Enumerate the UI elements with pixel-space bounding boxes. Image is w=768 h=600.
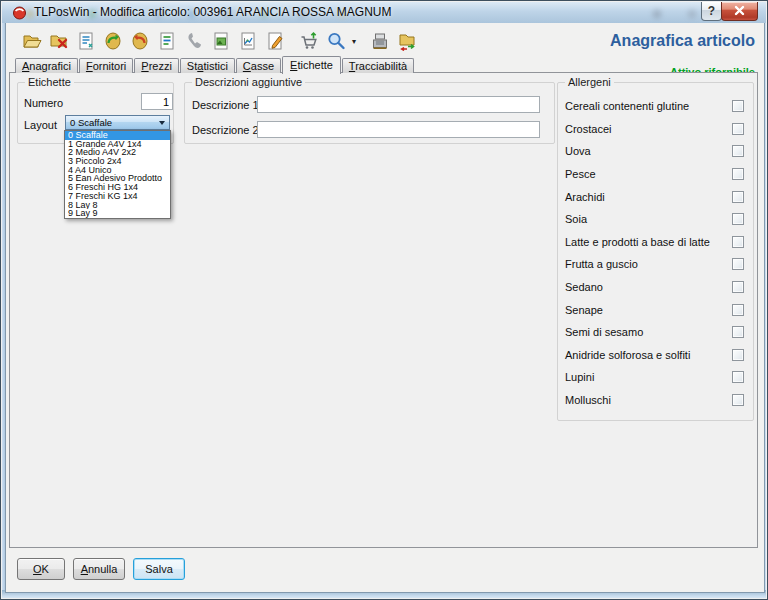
redo-red-arrow-icon[interactable]	[126, 28, 153, 54]
layout-dropdown-option[interactable]: 3 Piccolo 2x4	[65, 157, 170, 166]
allergen-checkbox[interactable]	[732, 371, 744, 383]
tab-item[interactable]: Casse	[236, 58, 281, 73]
allergen-label: Molluschi	[565, 394, 611, 406]
document-image-icon[interactable]	[207, 28, 234, 54]
allergen-checkbox[interactable]	[732, 258, 744, 270]
allergen-label: Cereali contenenti glutine	[565, 100, 689, 112]
layout-combobox-value: 0 Scaffale	[66, 116, 159, 129]
layout-dropdown-list: 0 Scaffale1 Grande A4V 1x42 Medio A4V 2x…	[64, 130, 171, 219]
allergen-checkbox[interactable]	[732, 123, 744, 135]
ok-button[interactable]: OK	[17, 558, 65, 580]
allergen-checkbox[interactable]	[732, 191, 744, 203]
allergen-label: Frutta a guscio	[565, 258, 638, 270]
tab-strip: AnagraficiFornitoriPrezziStatisticiCasse…	[15, 56, 415, 73]
allergen-row: Latte e prodotti a base di latte	[558, 231, 753, 254]
allergen-checkbox[interactable]	[732, 168, 744, 180]
search-icon[interactable]	[322, 28, 349, 54]
tab-item[interactable]: Tracciabilità	[342, 58, 414, 73]
chevron-down-icon	[159, 121, 165, 125]
group-allergeni-title: Allergeni	[565, 76, 614, 88]
layout-dropdown-option[interactable]: 8 Lay 8	[65, 201, 170, 210]
annulla-button[interactable]: Annulla	[73, 558, 125, 580]
document-list-icon[interactable]	[153, 28, 180, 54]
client-area: ▾ Anagrafica articolo Attivo rifornibile	[5, 23, 765, 593]
layout-combobox[interactable]: 0 Scaffale	[65, 115, 170, 130]
allergen-label: Lupini	[565, 371, 594, 383]
allergen-checkbox[interactable]	[732, 326, 744, 338]
search-dropdown-caret[interactable]: ▾	[349, 37, 359, 46]
allergen-row: Arachidi	[558, 185, 753, 208]
allergen-label: Crostacei	[565, 123, 611, 135]
allergen-checkbox[interactable]	[732, 100, 744, 112]
page-title: Anagrafica articolo	[610, 32, 755, 50]
allergen-row: Cereali contenenti glutine	[558, 95, 753, 118]
group-descrizioni: Descrizioni aggiuntive Descrizione 1 Des…	[184, 82, 555, 144]
tab-item[interactable]: Anagrafici	[15, 58, 78, 73]
allergen-row: Molluschi	[558, 389, 753, 412]
descrizione2-input[interactable]	[257, 121, 540, 138]
allergen-checkbox[interactable]	[732, 281, 744, 293]
allergen-label: Anidride solforosa e solfiti	[565, 349, 690, 361]
descrizione1-label: Descrizione 1	[192, 99, 259, 111]
document-chart-icon[interactable]	[234, 28, 261, 54]
numero-input[interactable]	[141, 93, 173, 110]
close-icon	[734, 5, 745, 16]
folder-open-icon[interactable]	[18, 28, 45, 54]
document-sync-icon[interactable]	[72, 28, 99, 54]
cash-register-icon[interactable]	[366, 28, 393, 54]
descrizione2-label: Descrizione 2	[192, 124, 259, 136]
app-logo-icon[interactable]	[12, 5, 27, 20]
allergen-row: Semi di sesamo	[558, 321, 753, 344]
allergen-list: Cereali contenenti glutine Crostacei Uov…	[558, 95, 753, 411]
group-allergeni: Allergeni Cereali contenenti glutine Cro…	[557, 82, 754, 421]
window-title: TLPosWin - Modifica articolo: 003961 ARA…	[34, 2, 391, 23]
allergen-checkbox[interactable]	[732, 349, 744, 361]
tab-control: AnagraficiFornitoriPrezziStatisticiCasse…	[9, 56, 758, 548]
numero-label: Numero	[24, 97, 63, 109]
layout-dropdown-option[interactable]: 5 Ean Adesivo Prodotto	[65, 174, 170, 183]
allergen-row: Crostacei	[558, 118, 753, 141]
layout-dropdown-option[interactable]: 6 Freschi HG 1x4	[65, 183, 170, 192]
allergen-label: Pesce	[565, 168, 596, 180]
allergen-checkbox[interactable]	[732, 236, 744, 248]
allergen-row: Sedano	[558, 276, 753, 299]
title-bar[interactable]: TLPosWin - Modifica articolo: 003961 ARA…	[2, 2, 766, 23]
undo-green-arrow-icon[interactable]	[99, 28, 126, 54]
allergen-label: Uova	[565, 145, 591, 157]
layout-dropdown-option[interactable]: 2 Medio A4V 2x2	[65, 148, 170, 157]
salva-button[interactable]: Salva	[133, 558, 185, 580]
allergen-label: Sedano	[565, 281, 603, 293]
allergen-row: Pesce	[558, 163, 753, 186]
allergen-label: Semi di sesamo	[565, 326, 643, 338]
allergen-row: Frutta a guscio	[558, 253, 753, 276]
allergen-checkbox[interactable]	[732, 145, 744, 157]
tab-item[interactable]: Statistici	[180, 58, 235, 73]
allergen-row: Lupini	[558, 366, 753, 389]
tab-item[interactable]: Prezzi	[134, 58, 179, 73]
cart-icon[interactable]	[295, 28, 322, 54]
allergen-row: Anidride solforosa e solfiti	[558, 344, 753, 367]
descrizione1-input[interactable]	[257, 96, 540, 113]
toolbar: ▾	[18, 27, 420, 55]
layout-dropdown-option[interactable]: 0 Scaffale	[65, 131, 170, 140]
close-button[interactable]	[721, 2, 758, 21]
tab-item[interactable]: Etichette	[282, 56, 341, 74]
app-window: TLPosWin - Modifica articolo: 003961 ARA…	[0, 0, 768, 600]
phone-icon[interactable]	[180, 28, 207, 54]
footer-bar: OK Annulla Salva	[6, 548, 764, 592]
allergen-row: Senape	[558, 298, 753, 321]
allergen-checkbox[interactable]	[732, 213, 744, 225]
layout-dropdown-option[interactable]: 7 Freschi KG 1x4	[65, 192, 170, 201]
tab-item[interactable]: Fornitori	[79, 58, 133, 73]
folder-transfer-icon[interactable]	[393, 28, 420, 54]
allergen-checkbox[interactable]	[732, 304, 744, 316]
document-edit-icon[interactable]	[261, 28, 288, 54]
allergen-checkbox[interactable]	[732, 394, 744, 406]
folder-delete-icon[interactable]	[45, 28, 72, 54]
layout-dropdown-option[interactable]: 1 Grande A4V 1x4	[65, 140, 170, 149]
layout-dropdown-option[interactable]: 4 A4 Unico	[65, 166, 170, 175]
allergen-label: Soia	[565, 213, 587, 225]
allergen-label: Senape	[565, 304, 603, 316]
help-button[interactable]: ?	[701, 2, 722, 21]
layout-dropdown-option[interactable]: 9 Lay 9	[65, 209, 170, 218]
